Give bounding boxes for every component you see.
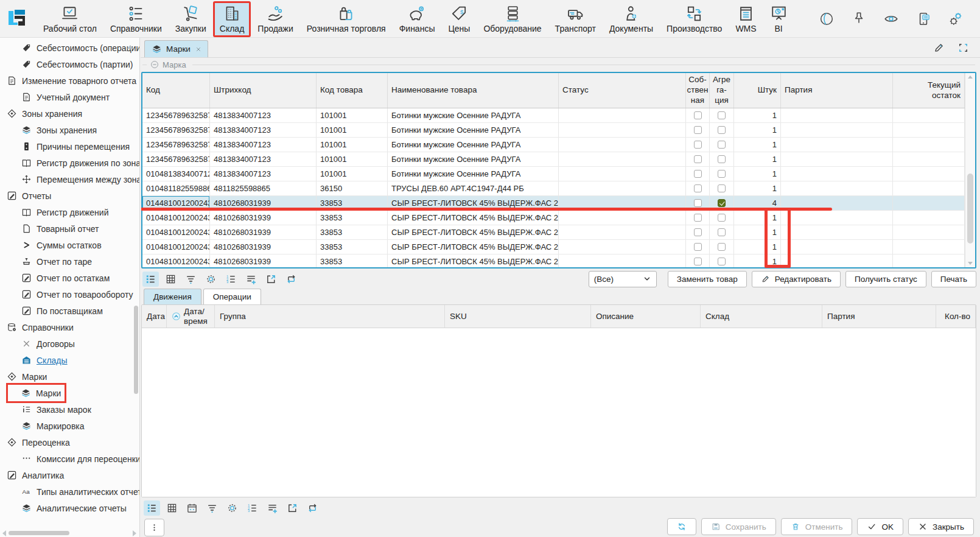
table-cell[interactable]: 1	[734, 108, 781, 122]
sidebar-item[interactable]: Отчет по товарообороту	[0, 286, 139, 303]
status-filter-select[interactable]: (Все)	[589, 271, 657, 287]
table-cell[interactable]: ТРУСЫ ДЕВ.60 АРТ.4С1947-Д44 РБ	[388, 181, 559, 195]
menu-item[interactable]: BI	[763, 1, 794, 37]
app-logo-icon[interactable]	[7, 7, 28, 31]
topbar-settings-gears-icon[interactable]	[948, 11, 964, 27]
table-cell[interactable]	[559, 108, 686, 122]
sidebar-item[interactable]: Перемещения между зона	[0, 171, 139, 188]
sidebar-item[interactable]: Марки	[8, 385, 65, 401]
table-cell[interactable]	[686, 123, 710, 137]
table-cell[interactable]	[781, 138, 893, 152]
sidebar-item[interactable]: Марки	[0, 368, 139, 385]
own-checkbox[interactable]	[694, 258, 702, 265]
menu-item[interactable]: Рабочий стол	[37, 1, 103, 37]
table-cell[interactable]: 1	[734, 152, 781, 166]
aggregation-checkbox[interactable]	[718, 184, 726, 192]
table-row[interactable]: 010481383400712321...4813834007123101001…	[142, 167, 965, 181]
sidebar-vertical-scrollbar[interactable]	[134, 306, 138, 433]
scroll-up-icon[interactable]	[127, 45, 133, 49]
column-header[interactable]: Статус	[559, 73, 686, 108]
toolbar-filter-button[interactable]	[204, 500, 220, 516]
toolbar-grid-view-button[interactable]	[163, 272, 179, 287]
column-header[interactable]: Дата	[142, 305, 167, 328]
table-cell[interactable]	[893, 240, 965, 254]
table-cell[interactable]	[781, 108, 893, 122]
column-header[interactable]: Код	[142, 73, 210, 108]
own-checkbox[interactable]	[694, 214, 702, 222]
table-cell[interactable]	[710, 138, 734, 152]
column-header[interactable]: Текущий остаток	[893, 73, 965, 108]
table-cell[interactable]	[893, 108, 965, 122]
table-cell[interactable]	[893, 254, 965, 267]
table-cell[interactable]	[559, 225, 686, 239]
sort-up-icon[interactable]	[172, 312, 181, 321]
table-cell[interactable]: 010481001200243721...	[142, 211, 210, 225]
table-cell[interactable]	[781, 123, 893, 137]
aggregation-checkbox[interactable]	[718, 228, 726, 236]
table-cell[interactable]	[710, 108, 734, 122]
sidebar-item[interactable]: Регистр движения по зона	[0, 155, 139, 171]
table-cell[interactable]: 101001	[317, 167, 388, 181]
sidebar-item[interactable]: Переоценка	[0, 434, 139, 451]
edit-pencil-icon[interactable]	[933, 41, 945, 54]
scroll-right-icon[interactable]	[133, 530, 136, 536]
toolbar-numbered-list-button[interactable]	[223, 272, 239, 287]
table-cell[interactable]: СЫР БРЕСТ-ЛИТОВСК 45% ВЫДЕРЖ.ФАС 200...	[388, 240, 559, 254]
collapse-icon[interactable]	[150, 60, 159, 69]
column-header[interactable]: Группа	[215, 305, 445, 328]
toolbar-grid-view-button[interactable]	[164, 500, 180, 516]
table-row[interactable]: 010481001200243721...481026803193933853С…	[142, 211, 965, 225]
sidebar-item[interactable]: Суммы остатков	[0, 237, 139, 253]
table-cell[interactable]: 123456789632587412...	[142, 123, 210, 137]
table-cell[interactable]: 010481001200243721...	[142, 254, 210, 267]
own-checkbox[interactable]	[694, 228, 702, 236]
column-header[interactable]: Агре га- ция	[710, 73, 734, 108]
menu-item[interactable]: WMS	[729, 1, 763, 37]
column-header[interactable]: Код товара	[317, 73, 388, 108]
edit-button[interactable]: Редактировать	[752, 271, 841, 287]
table-cell[interactable]	[559, 152, 686, 166]
scrollbar-thumb[interactable]	[9, 531, 69, 535]
table-cell[interactable]: 101001	[317, 108, 388, 122]
table-cell[interactable]: 4810268031939	[210, 254, 317, 267]
table-cell[interactable]	[559, 181, 686, 195]
menu-item[interactable]: Цены	[441, 1, 477, 37]
table-row[interactable]: 010481001200243721...481026803193933853С…	[142, 254, 965, 267]
table-row[interactable]: 123456789632587412...4813834007123101001…	[142, 152, 965, 167]
table-cell[interactable]	[686, 167, 710, 181]
own-checkbox[interactable]	[694, 155, 702, 163]
ok-button[interactable]: OK	[857, 518, 903, 535]
own-checkbox[interactable]	[694, 141, 702, 149]
detail-tab[interactable]: Операции	[203, 289, 261, 304]
own-checkbox[interactable]	[694, 170, 702, 178]
sidebar-item[interactable]: Договоры	[0, 335, 139, 352]
toolbar-reload-button[interactable]	[283, 272, 299, 287]
toolbar-reload-button[interactable]	[304, 500, 321, 516]
table-cell[interactable]: 33853	[317, 240, 388, 254]
column-header[interactable]: Склад	[701, 305, 822, 328]
aggregation-checkbox[interactable]	[718, 214, 726, 222]
table-cell[interactable]	[781, 167, 893, 181]
table-cell[interactable]	[686, 225, 710, 239]
table-cell[interactable]	[893, 211, 965, 225]
table-cell[interactable]	[893, 138, 965, 152]
menu-item[interactable]: Справочники	[103, 1, 169, 37]
sidebar-item[interactable]: Отчет по остаткам	[0, 270, 139, 286]
table-cell[interactable]: СЫР БРЕСТ-ЛИТОВСК 45% ВЫДЕРЖ.ФАС 200...	[388, 225, 559, 239]
sidebar-item[interactable]: Зоны хранения	[0, 122, 139, 138]
topbar-pin-icon[interactable]	[851, 11, 867, 27]
toolbar-settings-gear-button[interactable]	[224, 500, 240, 516]
table-cell[interactable]: 4813834007123	[210, 167, 317, 181]
table-row[interactable]: 010481182559886521...481182559886536150Т…	[142, 181, 965, 196]
table-cell[interactable]	[781, 240, 893, 254]
table-cell[interactable]	[893, 181, 965, 195]
toolbar-list-view-button[interactable]	[144, 500, 160, 516]
toolbar-add-row-button[interactable]	[243, 272, 259, 287]
table-cell[interactable]	[559, 123, 686, 137]
table-cell[interactable]: 33853	[317, 225, 388, 239]
topbar-eye-icon[interactable]	[883, 11, 899, 27]
table-row[interactable]: 010481001200243721...481026803193933853С…	[142, 225, 965, 240]
column-header[interactable]: Кол-во	[936, 305, 976, 328]
fullscreen-icon[interactable]	[957, 42, 969, 54]
topbar-clock-icon[interactable]	[819, 11, 835, 27]
